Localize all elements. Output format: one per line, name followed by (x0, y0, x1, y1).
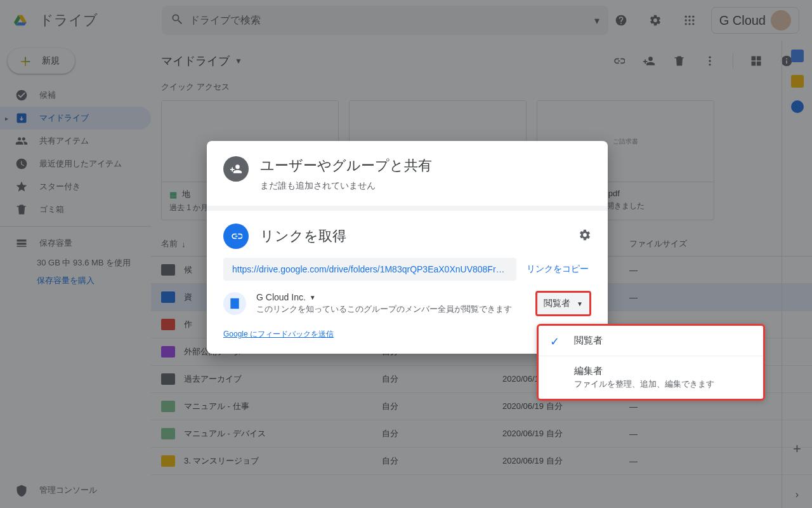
role-select[interactable]: 閲覧者 ▼ (535, 291, 591, 316)
chevron-down-icon: ▼ (310, 294, 316, 301)
org-building-icon (223, 292, 246, 315)
share-subtitle: まだ誰も追加されていません (260, 180, 432, 192)
share-dialog: ユーザーやグループと共有 まだ誰も追加されていません リンクを取得 https:… (207, 141, 608, 354)
link-settings-icon[interactable] (579, 229, 591, 244)
share-title: ユーザーやグループと共有 (260, 156, 432, 175)
org-description: このリンクを知っているこのグループのメンバー全員が閲覧できます (256, 304, 525, 315)
share-section: ユーザーやグループと共有 まだ誰も追加されていません (207, 141, 608, 206)
role-dropdown: ✓ 閲覧者 編集者 ファイルを整理、追加、編集できます (537, 324, 765, 401)
role-option-editor[interactable]: 編集者 ファイルを整理、追加、編集できます (539, 356, 763, 399)
chevron-down-icon: ▼ (577, 300, 583, 307)
org-name[interactable]: G Cloud Inc. ▼ (256, 292, 525, 302)
link-title: リンクを取得 (260, 227, 346, 246)
feedback-link[interactable]: Google にフィードバックを送信 (223, 329, 591, 340)
copy-link-button[interactable]: リンクをコピー (527, 264, 591, 275)
link-icon (223, 224, 249, 249)
share-people-icon (223, 156, 249, 182)
link-url-field[interactable]: https://drive.google.com/drive/folders/1… (223, 258, 516, 281)
role-option-viewer[interactable]: ✓ 閲覧者 (539, 326, 763, 356)
check-icon: ✓ (550, 335, 560, 349)
